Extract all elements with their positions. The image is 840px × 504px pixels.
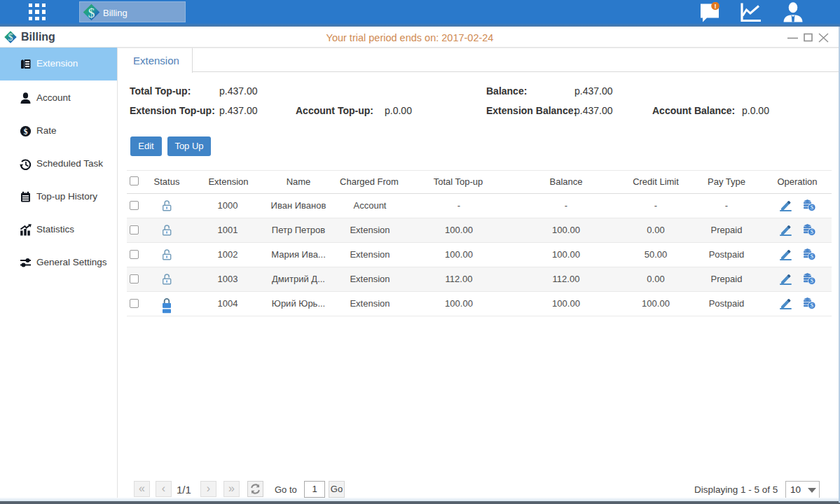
svg-text:S: S: [810, 204, 813, 211]
svg-text:S: S: [810, 228, 813, 235]
svg-text:S: S: [810, 277, 813, 284]
svg-text:S: S: [810, 302, 813, 309]
svg-text:S: S: [810, 253, 813, 260]
svg-text:!: !: [714, 2, 716, 10]
svg-text:$: $: [88, 6, 95, 20]
svg-text:$: $: [24, 127, 28, 136]
